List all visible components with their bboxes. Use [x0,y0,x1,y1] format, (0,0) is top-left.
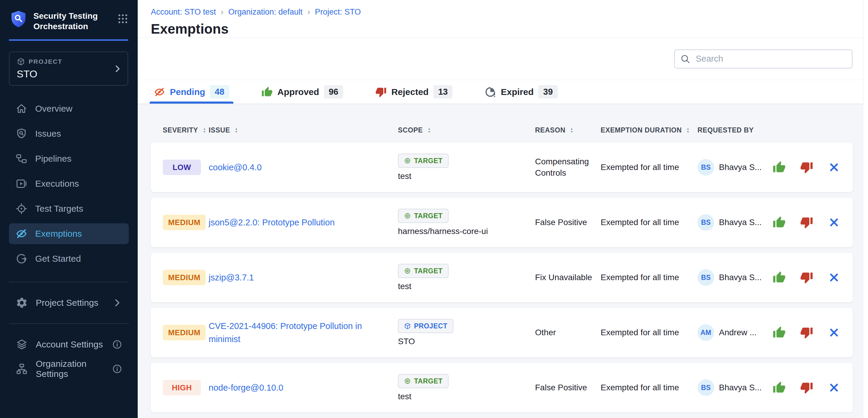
tab-rejected[interactable]: Rejected 13 [372,80,456,104]
sidebar-item-test-targets[interactable]: Test Targets [9,198,129,219]
table-row[interactable]: MEDIUM json5@2.2.0: Prototype Pollution … [151,198,853,247]
column-header-duration[interactable]: EXEMPTION DURATION [600,126,698,134]
cancel-exemption-button[interactable] [827,325,841,340]
tab-label: Expired [501,87,533,97]
tab-pending[interactable]: Pending 48 [151,80,232,104]
close-icon [828,217,840,228]
reject-button[interactable] [800,215,814,230]
scope-badge: TARGET [398,209,448,223]
eye-off-icon [16,228,27,240]
exemption-duration: Exempted for all time [600,272,698,283]
approve-button[interactable] [772,270,786,285]
reject-button[interactable] [800,270,814,285]
main-content: Account: STO test › Organization: defaul… [138,0,868,418]
thumb-down-icon [375,86,386,98]
column-header-severity[interactable]: SEVERITY [163,126,209,134]
sidebar-item-account-settings[interactable]: Account Settings [9,334,129,355]
breadcrumb-project-link[interactable]: Project: STO [315,7,361,17]
sidebar-item-pipelines[interactable]: Pipelines [9,148,129,169]
sidebar-item-organization-settings[interactable]: Organization Settings [9,358,129,379]
issue-link[interactable]: CVE-2021-44906: Prototype Pollution in m… [209,321,362,344]
launch-icon [16,253,27,265]
issue-link[interactable]: json5@2.2.0: Prototype Pollution [209,218,335,227]
breadcrumb-account-link[interactable]: Account: STO test [151,7,216,17]
avatar: BS [698,269,714,286]
approve-button[interactable] [772,325,786,340]
issue-link[interactable]: cookie@0.4.0 [209,163,262,172]
exemption-duration: Exempted for all time [600,162,698,173]
shield-search-icon [16,128,27,140]
issue-link[interactable]: node-forge@0.10.0 [209,383,283,392]
severity-badge: MEDIUM [163,270,206,285]
sidebar-item-label: Issues [35,129,61,139]
home-icon [16,103,27,115]
tab-count-badge: 13 [433,85,453,99]
issue-link[interactable]: jszip@3.7.1 [209,273,254,282]
thumb-up-icon [773,271,786,284]
sort-icon [426,127,433,134]
status-tabs: Pending 48 Approved 96 Rejected 13 Expir… [138,80,868,104]
thumb-down-icon [800,161,813,174]
table-row[interactable]: MEDIUM jszip@3.7.1 TARGET test Fix Unava… [151,253,853,302]
scrollbar-gutter[interactable] [863,0,868,418]
cancel-exemption-button[interactable] [827,381,841,395]
column-header-reason[interactable]: REASON [535,126,600,134]
thumb-up-icon [773,161,786,174]
approve-button[interactable] [772,381,786,395]
column-header-scope[interactable]: SCOPE [398,126,535,134]
tab-expired[interactable]: Expired 39 [482,80,560,104]
reject-button[interactable] [800,325,814,340]
table-row[interactable]: HIGH node-forge@0.10.0 TARGET test False… [151,363,853,412]
sidebar-item-issues[interactable]: Issues [9,123,129,144]
avatar: BS [698,159,714,176]
thumb-down-icon [800,326,813,339]
info-icon[interactable] [112,339,122,350]
thumb-up-icon [773,381,786,394]
thumb-up-icon [773,326,786,339]
reject-button[interactable] [800,160,814,174]
close-icon [828,382,840,393]
tab-label: Rejected [392,87,429,97]
sidebar-item-overview[interactable]: Overview [9,98,129,119]
project-selector-label: PROJECT [29,58,62,65]
scope-badge: TARGET [398,264,448,278]
module-switcher-button[interactable] [117,12,129,26]
cancel-exemption-button[interactable] [827,215,841,230]
cancel-exemption-button[interactable] [827,160,841,174]
tab-approved[interactable]: Approved 96 [258,80,346,104]
scope-badge: TARGET [398,153,448,168]
target-icon [404,378,411,385]
severity-badge: LOW [163,160,201,175]
column-header-issue[interactable]: ISSUE [209,126,398,134]
project-selector[interactable]: PROJECT STO [9,51,128,86]
sidebar-item-project-settings[interactable]: Project Settings [9,292,129,313]
sidebar-item-exemptions[interactable]: Exemptions [9,223,129,244]
table-row[interactable]: LOW cookie@0.4.0 TARGET test Compensatin… [151,143,853,192]
reason: Compensating Controls [535,156,600,179]
reject-button[interactable] [800,381,814,395]
reason: False Positive [535,382,600,393]
target-icon [404,212,411,219]
breadcrumb-separator: › [221,7,223,17]
approve-button[interactable] [772,160,786,174]
sort-icon [233,127,240,134]
close-icon [828,272,840,283]
reason: Fix Unavailable [535,272,600,283]
sidebar-item-label: Test Targets [35,204,83,214]
cancel-exemption-button[interactable] [827,270,841,285]
play-box-icon [16,178,27,190]
breadcrumb-organization-link[interactable]: Organization: default [228,7,303,17]
scope-name: test [398,392,411,401]
exemptions-table: SEVERITY ISSUE SCOPE REASON EXEMPTION DU… [138,104,868,418]
sidebar-item-executions[interactable]: Executions [9,173,129,194]
sidebar-item-get-started[interactable]: Get Started [9,248,129,269]
approve-button[interactable] [772,215,786,230]
search-input[interactable] [674,49,852,68]
info-icon[interactable] [112,364,122,374]
sort-icon [685,127,691,134]
table-row[interactable]: MEDIUM CVE-2021-44906: Prototype Polluti… [151,308,853,357]
search-icon [680,54,690,64]
project-selector-value: STO [17,68,110,80]
thumb-down-icon [800,271,813,284]
sort-icon [201,127,208,134]
